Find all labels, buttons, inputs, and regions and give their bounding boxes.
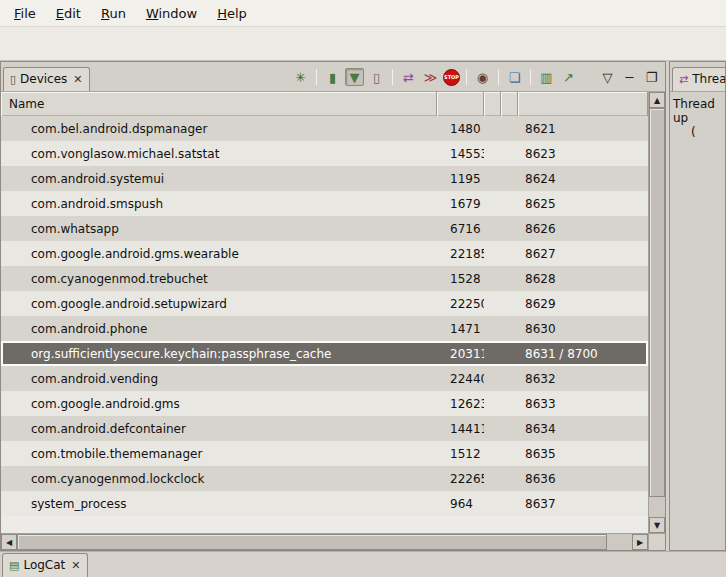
scroll-left-button[interactable]: ◀ — [1, 534, 17, 550]
stop-process-icon[interactable]: STOP — [443, 69, 460, 86]
process-port: 8633 — [518, 391, 648, 416]
table-row[interactable]: com.google.android.setupwizard222508629 — [1, 291, 648, 316]
column-header-name[interactable]: Name — [1, 92, 437, 116]
devices-panel: ▯ Devices ✕ ✳▮▼▯⇄≫STOP◉❏▥↗▽─❐ Name com.b… — [0, 61, 666, 551]
table-row[interactable]: com.google.android.gms126238633 — [1, 391, 648, 416]
menu-run[interactable]: Run — [91, 2, 136, 25]
horizontal-scrollbar-row: ◀ ▶ — [1, 533, 665, 550]
device-table-body: com.bel.android.dspmanager14808621com.vo… — [1, 116, 648, 533]
empty-cell — [501, 491, 518, 516]
process-port: 8637 — [518, 491, 648, 516]
menu-file[interactable]: File — [4, 2, 46, 25]
table-row[interactable]: com.google.android.gms.wearable221858627 — [1, 241, 648, 266]
scroll-right-button[interactable]: ▶ — [632, 534, 648, 550]
horizontal-scroll-track[interactable] — [17, 534, 632, 550]
horizontal-scrollbar[interactable]: ◀ ▶ — [1, 534, 648, 550]
cause-gc-icon[interactable]: ▯ — [367, 68, 386, 86]
menu-help[interactable]: Help — [207, 2, 257, 25]
logcat-icon: ▤ — [9, 560, 19, 571]
threads-view-header: ⇄ Threa — [670, 62, 725, 92]
process-name: com.google.android.gms.wearable — [1, 241, 437, 266]
column-header-port[interactable] — [518, 92, 648, 116]
table-row[interactable]: com.android.systemui11958624 — [1, 166, 648, 191]
process-pid: 964 — [437, 491, 484, 516]
menu-window[interactable]: Window — [136, 2, 207, 25]
table-row[interactable]: com.android.vending224408632 — [1, 366, 648, 391]
menu-edit[interactable]: Edit — [46, 2, 91, 25]
bottom-tab-bar: ▤ LogCat ✕ — [0, 551, 726, 577]
process-name: com.android.vending — [1, 366, 437, 391]
table-row[interactable]: com.whatsapp67168626 — [1, 216, 648, 241]
table-row[interactable]: com.bel.android.dspmanager14808621 — [1, 116, 648, 141]
process-name: com.google.android.setupwizard — [1, 291, 437, 316]
process-port: 8624 — [518, 166, 648, 191]
scroll-up-button[interactable]: ▲ — [649, 92, 665, 108]
process-port: 8623 — [518, 141, 648, 166]
tab-logcat[interactable]: ▤ LogCat ✕ — [2, 553, 88, 577]
process-name: com.google.android.gms — [1, 391, 437, 416]
device-table-area: Name com.bel.android.dspmanager14808621c… — [1, 92, 665, 533]
update-threads-icon[interactable]: ⇄ — [399, 68, 418, 86]
view-menu-icon[interactable]: ▽ — [598, 68, 617, 86]
toolbar-separator — [316, 69, 317, 85]
empty-cell — [484, 266, 501, 291]
horizontal-scroll-thumb[interactable] — [17, 534, 607, 550]
threads-panel: ⇄ Threa Thread up ( — [669, 61, 726, 551]
device-table: Name com.bel.android.dspmanager14808621c… — [1, 92, 648, 533]
process-pid: 1471 — [437, 316, 484, 341]
table-row[interactable]: org.sufficientlysecure.keychain:passphra… — [1, 341, 648, 366]
empty-cell — [501, 391, 518, 416]
process-pid: 1195 — [437, 166, 484, 191]
process-pid: 14553 — [437, 141, 484, 166]
tab-threads[interactable]: ⇄ Threa — [672, 67, 725, 91]
table-row[interactable]: com.android.smspush16798625 — [1, 191, 648, 216]
empty-cell — [501, 441, 518, 466]
debug-process-icon[interactable]: ✳ — [291, 68, 310, 86]
process-port: 8629 — [518, 291, 648, 316]
column-header-1[interactable] — [484, 92, 501, 116]
logcat-tab-label: LogCat — [23, 558, 65, 572]
screen-capture-icon[interactable]: ◉ — [473, 68, 492, 86]
column-header-pid[interactable] — [437, 92, 484, 116]
process-port: 8635 — [518, 441, 648, 466]
close-icon[interactable]: ✕ — [71, 74, 82, 85]
table-row[interactable]: com.android.phone14718630 — [1, 316, 648, 341]
table-row[interactable]: com.android.defcontainer144118634 — [1, 416, 648, 441]
table-row[interactable]: com.tmobile.thememanager15128635 — [1, 441, 648, 466]
empty-cell — [501, 141, 518, 166]
empty-cell — [484, 341, 501, 366]
maximize-icon[interactable]: ❐ — [642, 68, 661, 86]
empty-cell — [501, 116, 518, 141]
table-row[interactable]: com.cyanogenmod.trebuchet15288628 — [1, 266, 648, 291]
empty-cell — [484, 316, 501, 341]
process-name: com.whatsapp — [1, 216, 437, 241]
empty-cell — [501, 291, 518, 316]
vertical-scroll-track[interactable] — [649, 108, 665, 517]
update-heap-icon[interactable]: ▮ — [323, 68, 342, 86]
toolbar-separator — [530, 69, 531, 85]
scroll-down-button[interactable]: ▼ — [649, 517, 665, 533]
vertical-scroll-thumb[interactable] — [649, 108, 665, 497]
empty-cell — [484, 441, 501, 466]
process-name: com.bel.android.dspmanager — [1, 116, 437, 141]
empty-cell — [484, 116, 501, 141]
threads-icon: ⇄ — [679, 74, 688, 85]
empty-cell — [484, 141, 501, 166]
toolbar-separator — [498, 69, 499, 85]
systrace-icon[interactable]: ▥ — [537, 68, 556, 86]
opengl-trace-icon[interactable]: ↗ — [559, 68, 578, 86]
minimize-icon[interactable]: ─ — [620, 68, 639, 86]
table-row[interactable]: com.vonglasow.michael.satstat145538623 — [1, 141, 648, 166]
vertical-scrollbar[interactable]: ▲ ▼ — [648, 92, 665, 533]
column-header-2[interactable] — [501, 92, 518, 116]
table-row[interactable]: com.cyanogenmod.lockclock222658636 — [1, 466, 648, 491]
table-row[interactable]: system_process9648637 — [1, 491, 648, 516]
process-pid: 22265 — [437, 466, 484, 491]
view-hierarchy-icon[interactable]: ❏ — [505, 68, 524, 86]
empty-cell — [501, 216, 518, 241]
method-profiling-icon[interactable]: ≫ — [421, 68, 440, 86]
close-icon[interactable]: ✕ — [69, 560, 80, 571]
empty-cell — [501, 316, 518, 341]
tab-devices[interactable]: ▯ Devices ✕ — [3, 67, 90, 91]
dump-hprof-icon[interactable]: ▼ — [345, 68, 364, 86]
